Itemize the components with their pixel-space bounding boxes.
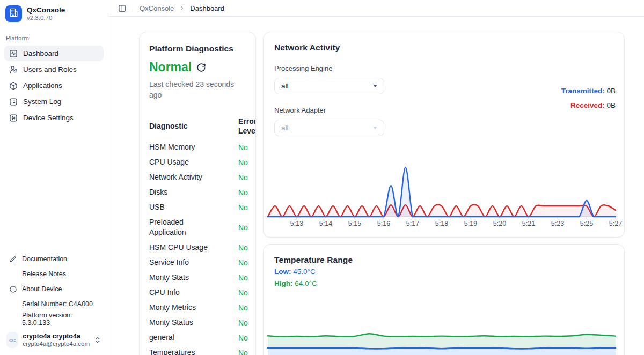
processing-engine-label: Processing Engine (274, 64, 613, 72)
svg-text:5:23: 5:23 (551, 220, 564, 227)
column-header-error-level: Error Level (238, 116, 256, 136)
temperature-range-card: Temperature Range Low: 45.0°C High: 64.0… (263, 244, 625, 355)
diagnostics-title: Platform Diagnostics (149, 44, 255, 54)
sidebar-footer-item-platform-version: Platform version: 5.3.0.133 (4, 312, 104, 326)
diagnostic-row: Monty MetricsNo (149, 302, 255, 313)
last-checked-text: Last checked 23 seconds ago (149, 79, 240, 100)
diagnostic-name: Monty Metrics (149, 302, 238, 313)
diagnostic-name: Temperatures (149, 347, 238, 355)
diagnostic-row: Monty StatusNo (149, 317, 255, 328)
diagnostic-error-level: No (238, 188, 255, 197)
network-adapter-select: all (274, 120, 384, 136)
app-name: QxConsole (27, 6, 65, 14)
diagnostic-row: Service InfoNo (149, 257, 255, 268)
network-activity-card: Network Activity Processing Engine all N… (263, 32, 625, 238)
diagnostic-name: HSM Memory (149, 142, 238, 152)
topbar-divider (133, 4, 133, 12)
sidebar-footer-item-serial-number: Serial Number: C4A000 (4, 297, 104, 311)
processing-engine-value: all (281, 82, 289, 90)
user-menu[interactable]: cc crypto4a crypto4a crypto4a@crypto4a.c… (4, 329, 104, 351)
svg-text:5:27: 5:27 (609, 220, 622, 227)
diagnostic-row: CPU UsageNo (149, 157, 255, 167)
svg-text:5:19: 5:19 (464, 220, 477, 227)
dashboard-icon (9, 49, 18, 58)
app-logo (5, 5, 22, 22)
chevrons-up-down-icon (94, 336, 101, 344)
diagnostic-error-level: No (238, 273, 255, 282)
sidebar-item-label: Applications (23, 82, 62, 90)
diagnostic-error-level: No (238, 289, 255, 297)
temperature-chart (265, 316, 624, 355)
about-icon (9, 285, 17, 293)
network-title: Network Activity (274, 43, 613, 53)
diagnostic-row: DisksNo (149, 187, 255, 197)
diagnostic-row: HSM MemoryNo (149, 142, 255, 152)
app-version: v2.3.0.70 (27, 14, 65, 21)
documentation-icon (9, 255, 17, 263)
diagnostic-name: USB (149, 202, 238, 212)
diagnostic-row: USBNo (149, 202, 255, 212)
diagnostic-name: HSM CPU Usage (149, 242, 238, 253)
diagnostic-row: CPU InfoNo (149, 287, 255, 298)
sidebar-footer-item-release-notes[interactable]: Release Notes (4, 267, 104, 281)
sidebar-footer-item-about-device[interactable]: About Device (4, 282, 104, 296)
sidebar-item-system-log[interactable]: System Log (4, 94, 104, 109)
network-stats: Transmitted: 0B Received: 0B (561, 84, 616, 113)
svg-text:5:16: 5:16 (377, 220, 390, 227)
diagnostic-name: CPU Usage (149, 157, 238, 167)
svg-text:5:20: 5:20 (493, 220, 506, 227)
sidebar-item-users-and-roles[interactable]: Users and Roles (4, 62, 104, 77)
transmitted-stat: Transmitted: 0B (561, 84, 616, 98)
breadcrumb-current: Dashboard (190, 4, 224, 12)
low-label: Low: (274, 268, 291, 276)
received-stat: Received: 0B (561, 98, 616, 113)
diagnostic-error-level: No (238, 334, 255, 342)
platform-diagnostics-card: Platform Diagnostics Normal Last checked… (139, 32, 256, 355)
sidebar-footer-item-documentation[interactable]: Documentation (4, 252, 104, 266)
processing-engine-select[interactable]: all (274, 78, 384, 94)
diagnostic-error-level: No (238, 319, 255, 327)
diagnostics-table: Diagnostic Error Level HSM MemoryNoCPU U… (149, 116, 255, 355)
svg-text:5:17: 5:17 (406, 220, 419, 227)
transmitted-label: Transmitted: (561, 87, 605, 95)
diagnostic-name: Disks (149, 187, 238, 197)
device-settings-icon (9, 114, 18, 122)
diagnostic-name: Service Info (149, 257, 238, 268)
diagnostic-row: Network ActivityNo (149, 172, 255, 182)
diagnostic-error-level: No (238, 243, 255, 252)
diagnostic-error-level: No (238, 143, 255, 152)
svg-text:5:18: 5:18 (435, 220, 448, 227)
sidebar-item-dashboard[interactable]: Dashboard (4, 46, 104, 61)
diagnostic-error-level: No (238, 173, 255, 182)
svg-text:5:21: 5:21 (522, 220, 535, 227)
footer-item-label: Serial Number: C4A000 (22, 300, 93, 308)
high-label: High: (274, 279, 293, 287)
app-logo-row: QxConsole v2.3.0.70 (4, 5, 104, 22)
diagnostic-row: Monty StatsNo (149, 272, 255, 283)
diagnostic-error-level: No (238, 223, 255, 232)
user-email: crypto4a@crypto4a.com (23, 341, 90, 347)
sidebar-item-label: Users and Roles (23, 65, 77, 73)
sidebar-item-device-settings[interactable]: Device Settings (4, 110, 104, 125)
user-name: crypto4a crypto4a (23, 332, 90, 341)
diagnostic-name: Preloaded Application (149, 217, 238, 238)
network-chart: 5:135:145:155:165:175:185:195:205:215:23… (265, 158, 624, 233)
svg-text:5:13: 5:13 (290, 220, 303, 227)
diagnostics-table-header: Diagnostic Error Level (149, 116, 255, 136)
sidebar: QxConsole v2.3.0.70 Platform DashboardUs… (0, 0, 108, 355)
diagnostic-error-level: No (238, 304, 255, 312)
applications-icon (9, 82, 18, 90)
refresh-icon[interactable] (196, 63, 206, 72)
breadcrumb-root[interactable]: QxConsole (140, 4, 174, 12)
sidebar-footer: DocumentationRelease NotesAbout DeviceSe… (4, 252, 104, 326)
transmitted-value: 0B (606, 87, 616, 95)
diagnostic-row: Preloaded ApplicationNo (149, 217, 255, 238)
footer-item-label: Platform version: 5.3.0.133 (22, 312, 99, 327)
sidebar-item-applications[interactable]: Applications (4, 78, 104, 93)
sidebar-item-label: System Log (23, 98, 61, 106)
diagnostic-name: general (149, 332, 238, 343)
diagnostics-status: Normal (149, 60, 192, 75)
diagnostic-error-level: No (238, 349, 255, 355)
high-value: 64.0°C (295, 279, 317, 287)
sidebar-toggle-button[interactable] (118, 4, 126, 12)
